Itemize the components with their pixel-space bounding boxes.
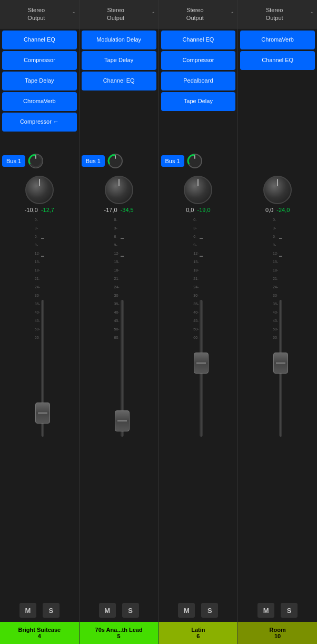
ch3-plugin-1[interactable]: Channel EQ — [161, 31, 236, 49]
channel-4-header: StereoOutput ⌃ — [238, 0, 317, 28]
channel-3-label: Latin6 — [159, 622, 238, 644]
channel-4-output-arrow[interactable]: ⌃ — [309, 10, 315, 18]
ch4-plugin-1[interactable]: ChromaVerb — [240, 31, 315, 49]
ch2-level-mark-mid — [121, 256, 124, 257]
channel-4: StereoOutput ⌃ ChromaVerb Channel EQ 0,0… — [238, 0, 317, 644]
ch2-volume-knob[interactable] — [105, 176, 133, 204]
channel-3-output-arrow[interactable]: ⌃ — [229, 10, 235, 18]
ch3-bus-knob[interactable] — [186, 153, 203, 169]
ch4-solo-button[interactable]: S — [281, 603, 298, 618]
ch1-volume-knob[interactable] — [25, 176, 54, 204]
ch3-plugin-3[interactable]: Pedalboard — [161, 72, 236, 90]
channel-4-ms-row: M S — [238, 599, 317, 622]
ch4-fader-track[interactable] — [279, 300, 282, 437]
ch3-solo-button[interactable]: S — [201, 603, 218, 618]
channel-1-levels: -10,0 -12,7 — [0, 205, 79, 215]
channel-1-output-arrow[interactable]: ⌃ — [71, 10, 77, 18]
ch2-level-left: -17,0 — [104, 207, 117, 213]
ch2-bus-button[interactable]: Bus 1 — [82, 155, 105, 167]
ch1-plugin-1[interactable]: Channel EQ — [2, 31, 77, 49]
ch2-plugin-2[interactable]: Tape Delay — [82, 51, 156, 70]
ch2-fader-scale: 0-3-6-9-12-15-18-21-24-30-35-40-45-50-60… — [114, 217, 120, 597]
ch1-bus-knob[interactable] — [27, 153, 44, 169]
ch4-level-mark-top — [279, 238, 282, 239]
mixer: StereoOutput ⌃ Channel EQ Compressor Tap… — [0, 0, 317, 644]
ch4-level-right: -24,0 — [276, 207, 290, 213]
channel-1-header: StereoOutput ⌃ — [0, 0, 79, 28]
channel-1-bus-row: Bus 1 — [0, 149, 79, 173]
ch4-level-left: 0,0 — [265, 207, 273, 213]
channel-1: StereoOutput ⌃ Channel EQ Compressor Tap… — [0, 0, 80, 644]
ch1-solo-button[interactable]: S — [43, 603, 60, 618]
channel-3: StereoOutput ⌃ Channel EQ Compressor Ped… — [159, 0, 239, 644]
channel-1-volume-knob-row — [0, 173, 79, 205]
channel-4-volume-knob-row — [238, 173, 317, 205]
channel-1-label: Bright Suitcase4 — [0, 622, 79, 644]
ch2-mute-button[interactable]: M — [99, 603, 116, 618]
ch3-fader-col — [200, 217, 203, 597]
channel-2: StereoOutput ⌃ Modulation Delay Tape Del… — [80, 0, 159, 644]
ch3-fader-track[interactable] — [200, 300, 203, 437]
ch3-plugin-4[interactable]: Tape Delay — [161, 92, 236, 111]
channel-2-output-label: StereoOutput — [82, 6, 150, 22]
ch3-level-mark-top — [200, 238, 203, 239]
ch2-bus-knob[interactable] — [107, 153, 124, 169]
channel-3-levels: 0,0 -19,0 — [159, 205, 238, 215]
ch2-plugin-3[interactable]: Channel EQ — [82, 72, 156, 90]
ch1-level-left: -10,0 — [25, 207, 38, 213]
channel-4-output-label: StereoOutput — [240, 6, 309, 22]
ch2-fader-col — [121, 217, 124, 597]
channel-1-fader-section: 0-3-6-9-12-15-18-21-24-30-35-40-45-50-60… — [0, 215, 79, 599]
ch3-volume-knob[interactable] — [184, 176, 212, 204]
ch4-fader-thumb[interactable] — [273, 353, 288, 374]
ch1-bus-button[interactable]: Bus 1 — [2, 155, 25, 167]
ch1-plugin-5[interactable]: Compressor ← — [2, 113, 77, 132]
ch4-fader-container: 0-3-6-9-12-15-18-21-24-30-35-40-45-50-60… — [238, 217, 317, 597]
ch3-fader-scale: 0-3-6-9-12-15-18-21-24-30-35-40-45-50-60… — [193, 217, 199, 597]
channel-4-label: Room10 — [238, 622, 317, 644]
ch1-fader-track[interactable] — [41, 300, 44, 437]
ch4-level-mark-mid — [279, 256, 282, 257]
ch2-plugin-1[interactable]: Modulation Delay — [82, 31, 156, 49]
ch3-plugin-2[interactable]: Compressor — [161, 51, 236, 70]
channel-3-header: StereoOutput ⌃ — [159, 0, 238, 28]
channel-2-bus-row: Bus 1 — [80, 149, 158, 173]
ch4-mute-button[interactable]: M — [257, 603, 274, 618]
channel-3-bus-row: Bus 1 — [159, 149, 238, 173]
ch1-mute-button[interactable]: M — [19, 603, 36, 618]
channel-1-output-label: StereoOutput — [2, 6, 71, 22]
channel-2-volume-knob-row — [80, 173, 158, 205]
ch4-volume-knob[interactable] — [263, 176, 292, 204]
ch1-fader-container: 0-3-6-9-12-15-18-21-24-30-35-40-45-50-60… — [0, 217, 79, 597]
channel-2-label: 70s Ana...th Lead5 — [80, 622, 158, 644]
channel-4-levels: 0,0 -24,0 — [238, 205, 317, 215]
channel-4-bus-row — [238, 149, 317, 173]
channel-2-fader-section: 0-3-6-9-12-15-18-21-24-30-35-40-45-50-60… — [80, 215, 158, 599]
ch3-fader-container: 0-3-6-9-12-15-18-21-24-30-35-40-45-50-60… — [159, 217, 238, 597]
ch1-plugin-3[interactable]: Tape Delay — [2, 72, 77, 90]
ch3-mute-button[interactable]: M — [178, 603, 195, 618]
ch1-plugin-2[interactable]: Compressor — [2, 51, 77, 70]
channel-2-ms-row: M S — [80, 599, 158, 622]
ch2-fader-thumb[interactable] — [115, 410, 130, 431]
ch3-level-left: 0,0 — [186, 207, 194, 213]
ch1-level-mark-mid — [41, 256, 44, 257]
channel-4-fader-section: 0-3-6-9-12-15-18-21-24-30-35-40-45-50-60… — [238, 215, 317, 599]
ch4-fader-scale: 0-3-6-9-12-15-18-21-24-30-35-40-45-50-60… — [273, 217, 278, 597]
ch1-plugin-4[interactable]: ChromaVerb — [2, 92, 77, 111]
channel-3-output-label: StereoOutput — [161, 6, 230, 22]
channel-2-output-arrow[interactable]: ⌃ — [150, 10, 156, 18]
ch1-level-mark-top — [41, 238, 44, 239]
ch1-fader-thumb[interactable] — [35, 402, 50, 424]
ch3-bus-button[interactable]: Bus 1 — [161, 155, 184, 167]
ch4-fader-col — [279, 217, 282, 597]
ch3-level-right: -19,0 — [197, 207, 210, 213]
ch4-plugin-2[interactable]: Channel EQ — [240, 51, 315, 70]
ch2-fader-track[interactable] — [121, 300, 124, 437]
ch2-level-mark-top — [121, 238, 124, 239]
ch2-solo-button[interactable]: S — [122, 603, 139, 618]
ch3-fader-thumb[interactable] — [194, 353, 209, 374]
channel-4-plugins: ChromaVerb Channel EQ — [238, 28, 317, 149]
channel-2-header: StereoOutput ⌃ — [80, 0, 158, 28]
ch2-fader-container: 0-3-6-9-12-15-18-21-24-30-35-40-45-50-60… — [80, 217, 158, 597]
